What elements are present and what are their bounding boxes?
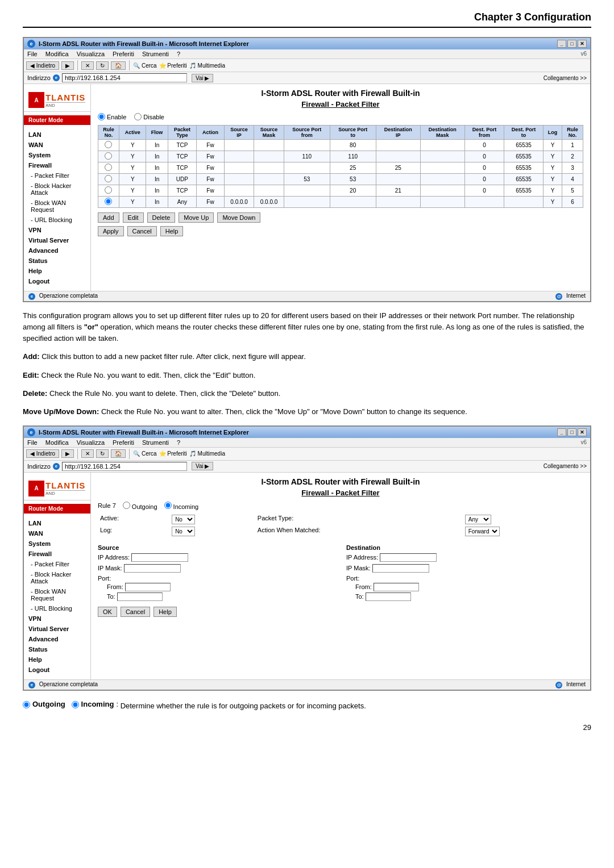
row-radio-0[interactable] [105,141,112,148]
sidebar-item-pf-1[interactable]: - Packet Filter [24,170,90,181]
dst-ip-input[interactable] [380,553,437,562]
go-btn-1[interactable]: Vai ▶ [192,74,214,82]
cell-r3-c0[interactable] [98,174,119,185]
sidebar-item-firewall-2[interactable]: Firewall [24,549,90,559]
dst-mask-input[interactable] [372,564,429,573]
sidebar-item-firewall-1[interactable]: Firewall [24,160,90,170]
sidebar-item-status-2[interactable]: Status [24,644,90,654]
sidebar-item-vs-1[interactable]: Virtual Server [24,235,90,245]
delete-btn-1[interactable]: Delete [147,212,176,223]
help-btn-2[interactable]: Help [154,607,177,617]
incoming-radio-label[interactable]: Incoming [164,502,199,510]
sidebar-item-bwr-2[interactable]: - Block WAN Request [24,586,90,603]
maximize-btn-2[interactable]: □ [567,428,576,436]
apply-btn-1[interactable]: Apply [98,226,124,236]
disable-radio-label-1[interactable]: Disable [134,113,164,120]
src-ip-input[interactable] [131,553,188,562]
sidebar-item-vs-2[interactable]: Virtual Server [24,624,90,634]
cell-r4-c0[interactable] [98,185,119,197]
sidebar-item-adv-1[interactable]: Advanced [24,245,90,256]
close-btn-2[interactable]: ✕ [578,428,587,436]
sidebar-item-help-1[interactable]: Help [24,266,90,276]
add-btn-1[interactable]: Add [98,212,119,223]
close-btn-1[interactable]: ✕ [578,40,587,48]
refresh-btn-1[interactable]: ↻ [96,61,109,70]
cell-r0-c0[interactable] [98,140,119,151]
address-input-2[interactable] [62,462,187,471]
sidebar-item-lan-2[interactable]: LAN [24,518,90,528]
cell-r5-c0[interactable] [98,197,119,208]
menu-strumenti-2[interactable]: Strumenti [142,439,169,446]
refresh-btn-2[interactable]: ↻ [96,449,109,458]
row-radio-5[interactable] [105,198,112,205]
menu-visualizza-1[interactable]: Visualizza [77,51,105,57]
menu-modifica-1[interactable]: Modifica [45,51,69,57]
go-btn-2[interactable]: Vai ▶ [192,462,214,470]
menu-modifica-2[interactable]: Modifica [45,439,69,446]
sidebar-item-adv-2[interactable]: Advanced [24,634,90,644]
src-mask-input[interactable] [124,564,181,573]
dst-port-from-input[interactable] [374,583,419,591]
menu-file-2[interactable]: File [27,439,38,446]
menu-preferiti-1[interactable]: Preferiti [113,51,134,57]
outgoing-radio-label[interactable]: Outgoing [123,502,157,510]
src-port-from-input[interactable] [125,583,171,591]
row-radio-2[interactable] [105,164,112,171]
movedown-btn-1[interactable]: Move Down [217,212,260,223]
stop-btn-1[interactable]: ✕ [81,61,94,70]
menu-strumenti-1[interactable]: Strumenti [142,51,169,57]
sidebar-item-pf-2[interactable]: - Packet Filter [24,559,90,569]
disable-radio-1[interactable] [134,113,142,120]
stop-btn-2[interactable]: ✕ [81,449,94,458]
menu-preferiti-2[interactable]: Preferiti [113,439,134,446]
cancel-btn-1[interactable]: Cancel [127,226,157,236]
menu-help-2[interactable]: ? [177,439,180,446]
sidebar-item-wan-2[interactable]: WAN [24,528,90,539]
row-radio-3[interactable] [105,175,112,182]
maximize-btn-1[interactable]: □ [567,40,576,48]
outgoing-radio[interactable] [123,502,130,509]
sidebar-item-system-1[interactable]: System [24,150,90,160]
action-select[interactable]: Forward Block [465,527,500,536]
collegamento-label-1[interactable]: Collegamento >> [544,75,587,81]
back-btn-1[interactable]: ◀ Indietro [26,61,59,70]
collegamento-label-2[interactable]: Collegamento >> [544,463,587,469]
ok-btn-2[interactable]: OK [98,607,117,617]
ptype-select[interactable]: Any TCP UDP [465,515,491,524]
forward-btn-1[interactable]: ▶ [61,61,74,70]
sidebar-item-vpn-2[interactable]: VPN [24,614,90,624]
sidebar-item-logout-2[interactable]: Logout [24,665,90,675]
menu-help-1[interactable]: ? [177,51,180,57]
cell-r1-c0[interactable] [98,151,119,162]
minimize-btn-2[interactable]: _ [557,428,566,436]
sidebar-item-lan-1[interactable]: LAN [24,130,90,140]
footer-incoming-radio[interactable] [72,701,79,708]
enable-radio-1[interactable] [98,113,105,120]
minimize-btn-1[interactable]: _ [557,40,566,48]
sidebar-item-system-2[interactable]: System [24,539,90,549]
home-btn-2[interactable]: 🏠 [111,449,126,458]
help-btn-1[interactable]: Help [160,226,184,236]
row-radio-4[interactable] [105,186,112,194]
sidebar-item-vpn-1[interactable]: VPN [24,225,90,235]
enable-radio-label-1[interactable]: Enable [98,113,126,120]
log-select[interactable]: No Yes [172,527,195,536]
row-radio-1[interactable] [105,152,112,160]
sidebar-item-logout-1[interactable]: Logout [24,276,90,286]
sidebar-item-help-2[interactable]: Help [24,654,90,665]
sidebar-item-bha-2[interactable]: - Block Hacker Attack [24,569,90,586]
moveup-btn-1[interactable]: Move Up [179,212,214,223]
incoming-radio[interactable] [164,502,172,509]
sidebar-item-bha-1[interactable]: - Block Hacker Attack [24,181,90,198]
sidebar-item-wan-1[interactable]: WAN [24,140,90,150]
menu-file-1[interactable]: File [27,51,38,57]
forward-btn-2[interactable]: ▶ [61,449,74,458]
footer-outgoing-radio[interactable] [23,701,30,708]
active-select[interactable]: No Yes [172,515,195,524]
dst-port-to-input[interactable] [366,592,411,601]
cell-r2-c0[interactable] [98,162,119,174]
menu-visualizza-2[interactable]: Visualizza [77,439,105,446]
cancel-btn-2[interactable]: Cancel [121,607,150,617]
home-btn-1[interactable]: 🏠 [111,61,126,70]
address-input-1[interactable] [62,73,187,82]
